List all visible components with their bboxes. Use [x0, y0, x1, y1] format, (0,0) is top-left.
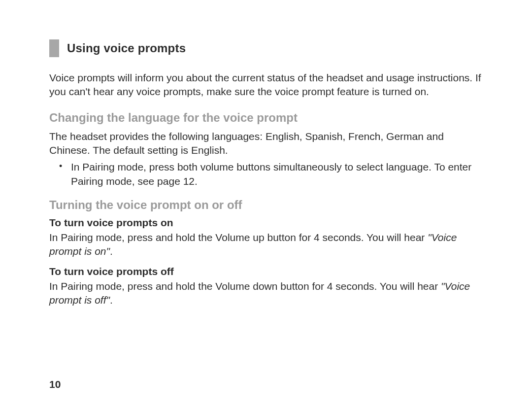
turn-off-body-pre: In Pairing mode, press and hold the Volu…: [49, 280, 441, 292]
language-paragraph: The headset provides the following langu…: [49, 130, 483, 158]
section-heading: Using voice prompts: [67, 41, 186, 55]
heading-marker-block: [49, 39, 59, 57]
turn-on-body-pre: In Pairing mode, press and hold the Volu…: [49, 232, 428, 243]
subheading-language: Changing the language for the voice prom…: [49, 111, 483, 125]
turn-on-body-post: .: [110, 245, 113, 257]
turn-on-label: To turn voice prompts on: [49, 217, 483, 229]
turn-on-body: In Pairing mode, press and hold the Volu…: [49, 231, 483, 259]
turn-off-body: In Pairing mode, press and hold the Volu…: [49, 279, 483, 308]
turn-off-label: To turn voice prompts off: [49, 266, 483, 277]
section-heading-row: Using voice prompts: [49, 39, 483, 57]
language-bullet-list: In Pairing mode, press both volume butto…: [49, 160, 483, 188]
page-number: 10: [49, 379, 61, 390]
turn-off-body-post: .: [110, 294, 113, 306]
subheading-toggle: Turning the voice prompt on or off: [49, 198, 483, 212]
manual-page: Using voice prompts Voice prompts will i…: [0, 0, 532, 414]
intro-paragraph: Voice prompts will inform you about the …: [49, 71, 483, 99]
language-bullet-item: In Pairing mode, press both volume butto…: [69, 160, 483, 188]
